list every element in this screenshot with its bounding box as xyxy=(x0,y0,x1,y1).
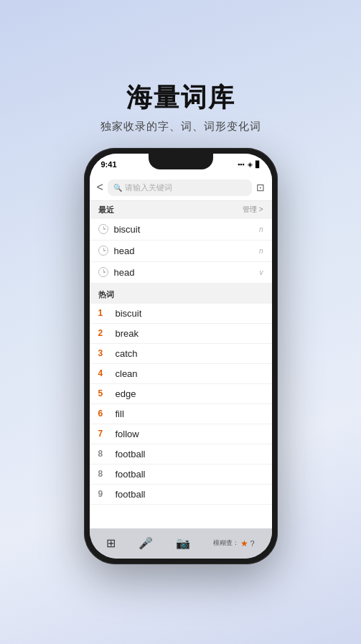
help-key[interactable]: ? xyxy=(250,539,254,548)
list-content: biscuit n head n head v 热词 1 biscuit xyxy=(90,219,272,528)
search-input-box[interactable]: 🔍 请输入关键词 xyxy=(108,179,252,196)
subtitle: 独家收录的字、词、词形变化词 xyxy=(100,120,261,134)
star-key[interactable]: ★ xyxy=(240,538,248,549)
hot-word-6: follow xyxy=(116,429,139,439)
search-placeholder-text: 请输入关键词 xyxy=(125,182,172,193)
recent-type-1: n xyxy=(259,247,263,255)
history-icon-0 xyxy=(98,224,108,234)
grid-key[interactable]: ⊞ xyxy=(106,536,116,550)
hot-rank-6: 7 xyxy=(98,429,110,439)
hot-item-0[interactable]: 1 biscuit xyxy=(90,304,272,324)
hot-item-7[interactable]: 8 football xyxy=(90,444,272,465)
signal-icon: ▪▪▪ xyxy=(238,161,245,168)
recent-section-header: 最近 管理 > xyxy=(90,201,272,219)
recent-item-0[interactable]: biscuit n xyxy=(90,219,272,241)
top-section: 海量词库 独家收录的字、词、词形变化词 xyxy=(100,80,261,134)
lookup-label: 模糊查： xyxy=(213,538,239,548)
hot-item-4[interactable]: 5 edge xyxy=(90,384,272,404)
history-icon-1 xyxy=(98,246,108,256)
hot-word-0: biscuit xyxy=(116,308,142,319)
hot-label: 热词 xyxy=(98,290,114,299)
phone-screen: 9:41 ▪▪▪ ◈ ▊ < 🔍 请输入关键词 ⊡ 最近 管理 > xyxy=(90,154,272,559)
hot-rank-1: 2 xyxy=(98,328,110,338)
hot-item-8[interactable]: 8 football xyxy=(90,465,272,485)
hot-rank-8: 8 xyxy=(98,469,110,479)
hot-word-4: edge xyxy=(116,388,136,399)
battery-icon: ▊ xyxy=(255,161,261,168)
hot-item-2[interactable]: 3 catch xyxy=(90,344,272,364)
recent-word-1: head xyxy=(114,246,259,256)
hot-rank-7: 8 xyxy=(98,449,110,459)
status-icons: ▪▪▪ ◈ ▊ xyxy=(238,161,261,168)
lookup-group: 模糊查： ★ ? xyxy=(213,538,254,549)
hot-word-8: football xyxy=(116,469,146,480)
recent-word-0: biscuit xyxy=(114,224,259,235)
hot-rank-9: 9 xyxy=(98,489,110,499)
hot-rank-2: 3 xyxy=(98,348,110,358)
hot-word-2: catch xyxy=(116,348,138,359)
recent-type-0: n xyxy=(259,225,263,233)
recent-item-1[interactable]: head n xyxy=(90,241,272,262)
notch xyxy=(149,154,213,169)
keyboard-bar: ⊞ 🎤 📷 模糊查： ★ ? xyxy=(90,528,272,559)
hot-item-3[interactable]: 4 clean xyxy=(90,364,272,384)
hot-word-7: football xyxy=(116,449,146,459)
hot-rank-0: 1 xyxy=(98,308,110,318)
hot-item-1[interactable]: 2 break xyxy=(90,324,272,344)
wifi-icon: ◈ xyxy=(248,161,253,168)
hot-item-6[interactable]: 7 follow xyxy=(90,424,272,444)
hot-item-9[interactable]: 9 football xyxy=(90,485,272,505)
hot-section-header: 热词 xyxy=(90,284,272,304)
hot-word-1: break xyxy=(116,328,139,339)
mic-key[interactable]: 🎤 xyxy=(139,536,153,550)
hot-rank-5: 6 xyxy=(98,409,110,419)
grid-icon: ⊞ xyxy=(106,536,116,550)
manage-button[interactable]: 管理 > xyxy=(243,205,263,215)
status-time: 9:41 xyxy=(101,160,117,169)
camera-key[interactable]: 📷 xyxy=(176,536,190,550)
phone-shell: 9:41 ▪▪▪ ◈ ▊ < 🔍 请输入关键词 ⊡ 最近 管理 > xyxy=(84,148,278,564)
search-icon: 🔍 xyxy=(113,184,122,192)
recent-label: 最近 xyxy=(98,205,114,215)
recent-word-2: head xyxy=(114,267,260,278)
camera-search-icon[interactable]: ⊡ xyxy=(256,182,265,193)
search-bar: < 🔍 请输入关键词 ⊡ xyxy=(90,175,272,201)
main-title: 海量词库 xyxy=(100,80,261,116)
camera-icon: 📷 xyxy=(176,536,190,550)
history-icon-2 xyxy=(98,267,108,277)
recent-item-2[interactable]: head v xyxy=(90,262,272,284)
hot-rank-4: 5 xyxy=(98,388,110,398)
hot-word-9: football xyxy=(116,489,146,500)
hot-word-5: fill xyxy=(116,409,124,419)
hot-rank-3: 4 xyxy=(98,368,110,378)
hot-word-3: clean xyxy=(116,368,138,379)
recent-type-2: v xyxy=(260,269,263,276)
hot-item-5[interactable]: 6 fill xyxy=(90,404,272,424)
mic-icon: 🎤 xyxy=(139,536,153,550)
back-button[interactable]: < xyxy=(97,181,103,194)
